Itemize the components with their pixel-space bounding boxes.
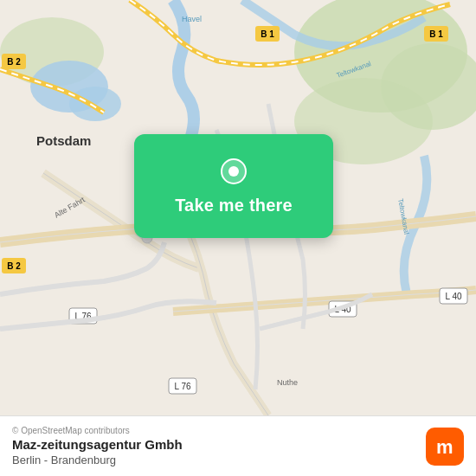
bottom-info: © OpenStreetMap contributors Maz-zeitung… [12,426,183,466]
place-name: Maz-zeitungsagentur Gmbh [12,437,183,452]
place-region: Berlin - Brandenburg [12,453,183,466]
take-me-there-label: Take me there [175,196,293,215]
svg-point-32 [228,166,239,177]
svg-point-6 [69,87,121,121]
take-me-there-card[interactable]: Take me there [134,134,333,238]
moovit-svg: m [433,434,457,459]
map-view: B 1 B 2 B 2 L 40 L 40 L 76 L 76 [0,0,476,415]
svg-text:m: m [436,436,453,458]
bottom-bar: © OpenStreetMap contributors Maz-zeitung… [0,415,476,476]
svg-text:B 2: B 2 [7,261,21,271]
location-pin-icon [218,158,249,189]
svg-text:B 1: B 1 [429,29,443,39]
svg-text:Nuthe: Nuthe [277,378,298,387]
svg-text:L 40: L 40 [445,292,462,301]
svg-text:B 2: B 2 [7,57,21,67]
moovit-logo: m [426,428,464,466]
osm-attribution: © OpenStreetMap contributors [12,426,183,435]
svg-text:Potsdam: Potsdam [36,133,91,148]
svg-text:B 1: B 1 [261,29,274,39]
svg-text:L 76: L 76 [174,382,191,391]
moovit-icon: m [426,428,464,466]
svg-text:Havel: Havel [182,15,202,23]
